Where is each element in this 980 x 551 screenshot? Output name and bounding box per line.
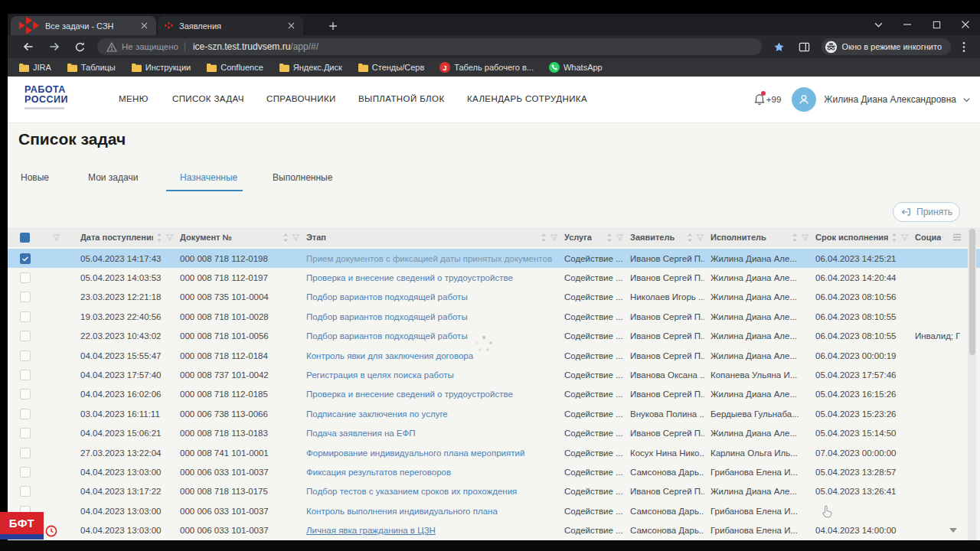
sort-icon[interactable] (891, 233, 897, 243)
column-header[interactable]: Услуга (564, 227, 630, 247)
bookmark-item[interactable]: WhatsApp (549, 62, 603, 73)
rabota-rossii-logo[interactable]: РАБОТА РОССИИ (18, 85, 68, 109)
table-row[interactable]: 04.04.2023 13:03:00000 006 033 101-0037Л… (8, 521, 980, 540)
row-checkbox[interactable] (20, 428, 31, 439)
filter-funnel-icon[interactable] (616, 233, 624, 242)
row-checkbox[interactable] (20, 350, 31, 361)
bookmark-item[interactable]: Таблицы (67, 63, 116, 72)
tab-item[interactable]: Мои задачи (88, 172, 138, 183)
window-minimize-button[interactable] (893, 14, 922, 35)
sort-icon[interactable] (606, 233, 612, 243)
filter-funnel-icon[interactable] (165, 233, 174, 242)
nav-item[interactable]: СПРАВОЧНИКИ (266, 94, 336, 103)
browser-tab[interactable]: Заявления (158, 16, 303, 35)
table-row[interactable]: 23.03.2023 12:21:18000 008 735 101-0004П… (8, 288, 980, 307)
tab-active[interactable]: Назначенные (180, 172, 237, 183)
cell-text[interactable]: Личная явка гражданина в ЦЗН (306, 526, 436, 535)
bookmark-item[interactable]: Стенды/Серв (358, 63, 424, 72)
row-checkbox[interactable] (20, 467, 31, 478)
table-row[interactable]: 04.04.2023 15:06:21000 008 718 113-0183П… (8, 424, 980, 443)
column-header[interactable] (8, 227, 46, 247)
sort-icon[interactable] (283, 233, 289, 243)
cell-text[interactable]: Подбор тестов с указанием сроков их прох… (306, 487, 517, 496)
row-checkbox[interactable] (20, 389, 31, 399)
filter-funnel-icon[interactable] (900, 233, 909, 242)
filter-funnel-icon[interactable] (550, 233, 558, 242)
bookmark-item[interactable]: Яндекс.Диск (279, 63, 342, 72)
cell-text[interactable]: Проверка и внесение сведений о трудоустр… (306, 390, 513, 399)
window-chevron-down-icon[interactable] (864, 14, 893, 35)
table-row[interactable]: 04.04.2023 16:02:06000 008 718 112-0185П… (8, 385, 980, 404)
back-icon[interactable] (15, 41, 41, 53)
row-checkbox[interactable] (20, 331, 31, 341)
address-bar[interactable]: Не защищено ice-szn.test.trudvsem.ru /ap… (97, 38, 762, 55)
scrollbar-thumb[interactable] (969, 229, 975, 355)
cell-text[interactable]: Контроль явки для заключения договора (306, 351, 473, 360)
scroll-down-arrow-icon[interactable] (949, 528, 957, 533)
row-checkbox[interactable] (20, 272, 31, 283)
table-row[interactable]: 19.03.2023 22:40:56000 008 718 101-0028П… (8, 307, 980, 326)
cell-text[interactable]: Подбор вариантов подходящей работы (306, 312, 468, 321)
column-header[interactable] (46, 227, 80, 247)
bookmark-item[interactable]: Инструкции (131, 63, 191, 72)
table-row[interactable]: 27.03.2023 13:22:04000 008 741 101-0001Ф… (8, 443, 980, 462)
tab-item[interactable]: Новые (21, 172, 49, 183)
table-row[interactable]: 05.04.2023 14:17:43000 008 718 112-0198П… (8, 249, 980, 268)
sort-icon[interactable] (541, 233, 547, 243)
cell-text[interactable]: Формирование индивидуального плана мероп… (306, 448, 524, 458)
menu-dots-icon[interactable] (956, 41, 972, 53)
column-menu-icon[interactable] (952, 233, 962, 241)
filter-funnel-icon[interactable] (696, 233, 704, 242)
row-checkbox[interactable] (20, 311, 31, 322)
table-row[interactable]: 04.04.2023 13:17:22000 008 718 113-0175П… (8, 482, 980, 501)
cell-text[interactable]: Контроль выполнения индивидуального план… (306, 507, 498, 516)
refresh-icon[interactable] (67, 41, 93, 53)
cell-text[interactable]: Подписание заключения по услуге (306, 409, 448, 419)
nav-item[interactable]: КАЛЕНДАРЬ СОТРУДНИКА (467, 94, 587, 103)
window-close-button[interactable] (951, 14, 980, 35)
bookmark-item[interactable]: JIRA (18, 63, 51, 72)
sort-icon[interactable] (792, 233, 798, 243)
row-checkbox[interactable] (20, 292, 31, 302)
side-panel-icon[interactable] (792, 41, 817, 53)
tab-close-icon[interactable] (139, 20, 150, 31)
column-header[interactable]: Социа (915, 227, 968, 247)
cell-text[interactable]: Проверка и внесение сведений о трудоустр… (306, 273, 513, 282)
forward-icon[interactable] (41, 41, 67, 53)
window-maximize-button[interactable] (922, 14, 951, 35)
notifications-bell[interactable]: +99 (754, 93, 782, 106)
accept-button[interactable]: Принять (893, 202, 960, 222)
avatar[interactable] (792, 87, 816, 112)
column-header[interactable]: Документ № (180, 227, 306, 247)
select-all-checkbox[interactable] (20, 233, 30, 243)
nav-item[interactable]: ВЫПЛАТНОЙ БЛОК (358, 94, 445, 103)
tab-close-icon[interactable] (286, 20, 297, 31)
column-header[interactable]: Срок исполнения (815, 227, 915, 247)
cell-text[interactable]: Прием документов с фиксацией даты принят… (306, 254, 552, 263)
column-header[interactable]: Этап (306, 227, 564, 247)
bookmark-star-icon[interactable] (766, 41, 792, 53)
row-checkbox[interactable] (20, 253, 31, 264)
row-checkbox[interactable] (20, 409, 31, 419)
row-checkbox[interactable] (20, 486, 31, 497)
bookmark-item[interactable]: JТабель рабочего в... (439, 62, 534, 73)
column-header[interactable]: Дата поступления (80, 227, 180, 247)
cell-text[interactable]: Регистрация в целях поиска работы (306, 370, 454, 380)
nav-item[interactable]: СПИСОК ЗАДАЧ (172, 94, 244, 103)
filter-funnel-icon[interactable] (52, 233, 60, 242)
cell-text[interactable]: Подбор вариантов подходящей работы (306, 292, 468, 302)
new-tab-button[interactable] (325, 18, 341, 34)
row-checkbox[interactable] (20, 370, 31, 380)
table-row[interactable]: 05.04.2023 14:03:53000 008 718 112-0197П… (8, 268, 980, 287)
column-header[interactable]: Исполнитель (710, 227, 815, 247)
cell-text[interactable]: Подача заявления на ЕФП (306, 429, 416, 438)
sort-icon[interactable] (687, 233, 693, 243)
sort-icon[interactable] (156, 233, 162, 243)
table-row[interactable]: 03.04.2023 16:11:11000 006 738 113-0066П… (8, 404, 980, 423)
filter-funnel-icon[interactable] (801, 233, 809, 242)
table-scrollbar[interactable] (968, 227, 976, 540)
table-row[interactable]: 04.04.2023 13:03:00000 006 033 101-0037Ф… (8, 462, 980, 481)
table-row[interactable]: 04.04.2023 13:03:00000 006 033 101-0037К… (8, 501, 980, 520)
user-chevron-down-icon[interactable] (962, 96, 971, 104)
filter-funnel-icon[interactable] (292, 233, 300, 242)
